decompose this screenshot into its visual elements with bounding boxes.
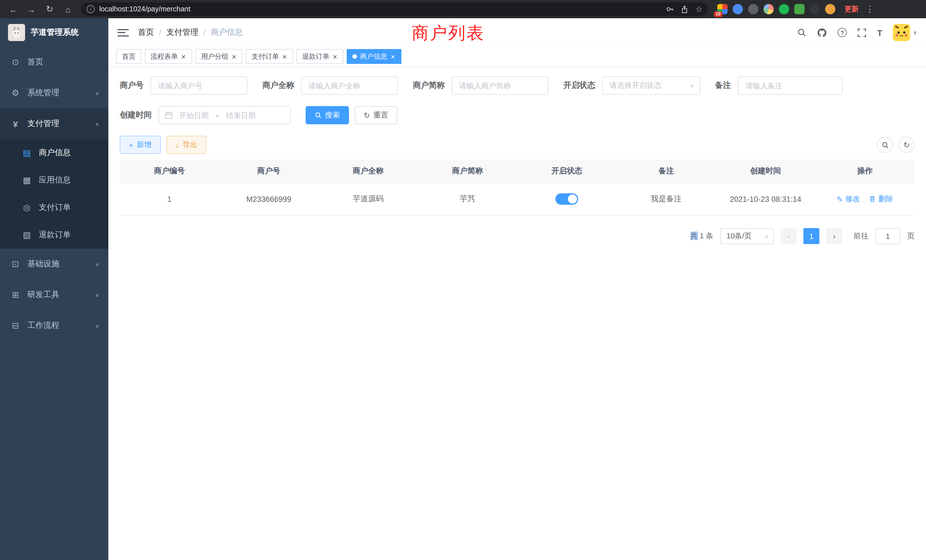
short-name-input[interactable] [452,76,549,95]
merchant-no-input[interactable] [151,76,247,95]
sidebar-item-app-info[interactable]: ▦ 应用信息 [0,166,108,194]
breadcrumb-item[interactable]: 首页 [138,27,154,38]
share-icon[interactable] [681,5,688,13]
sidebar-item-workflow[interactable]: ⊟ 工作流程 ∨ [0,310,108,341]
site-info-icon[interactable]: i [87,5,95,13]
extension-icon-6[interactable] [794,4,805,14]
sidebar-item-system[interactable]: ⚙ 系统管理 ∨ [0,77,108,108]
sidebar-item-refund-order[interactable]: ▨ 退款订单 [0,221,108,249]
app-logo[interactable]: 芋道管理系统 [0,18,108,47]
sidebar-item-payment[interactable]: ¥ 支付管理 ∧ [0,108,108,139]
active-dot [353,54,357,59]
page-size-select[interactable]: 10条/页 ∨ [720,228,774,244]
export-button-label: 导出 [183,140,197,150]
password-key-icon[interactable] [666,5,674,13]
remark-input[interactable] [738,76,843,95]
extension-icon-1[interactable]: 10 [717,4,728,14]
sidebar-item-pay-order[interactable]: ◎ 支付订单 [0,194,108,221]
browser-menu-icon[interactable]: ⋮ [865,4,874,14]
tab-pay-order[interactable]: 支付订单 × [246,49,293,64]
search-button[interactable]: 搜索 [306,106,349,124]
cell-id: 1 [120,183,219,215]
status-select[interactable]: 请选择开启状态 ∨ [602,76,700,95]
extension-icon-2[interactable] [733,4,743,14]
sidebar-item-label: 退款订单 [39,230,71,240]
address-bar[interactable]: i localhost:1024/pay/merchant ☆ [81,2,708,16]
sidebar-item-label: 首页 [27,57,43,67]
add-button[interactable]: + 新增 [120,136,160,154]
tab-refund-order[interactable]: 退款订单 × [297,49,343,64]
cell-short-name: 芋艿 [418,183,517,215]
reload-button[interactable]: ↻ [42,2,57,17]
merchant-name-input[interactable] [301,76,398,95]
column-header: 商户号 [219,160,319,183]
reset-button[interactable]: ↻ 重置 [355,106,398,124]
tab-user-group[interactable]: 用户分组 × [195,49,242,64]
total-count: 共 1 条 [690,231,713,241]
card-icon: ▤ [22,148,32,158]
close-icon[interactable]: × [333,53,338,60]
tab-merchant-info[interactable]: 商户信息 × [347,49,401,64]
close-icon[interactable]: × [390,53,396,60]
delete-link[interactable]: 删除 [869,194,893,204]
edit-link[interactable]: ✎ 修改 [837,194,860,204]
home-button[interactable]: ⌂ [61,2,75,17]
extension-icon-4[interactable] [764,4,774,14]
forward-button[interactable]: → [24,2,39,17]
status-label: 开启状态 [563,80,595,91]
column-header: 商户编号 [120,160,219,183]
page-1-button[interactable]: 1 [803,228,819,244]
github-icon[interactable] [817,28,827,37]
browser-update-button[interactable]: 更新 [844,4,859,14]
cell-name: 芋道源码 [318,183,418,215]
breadcrumb-separator: / [204,28,206,37]
user-menu[interactable]: ∨ [893,24,917,41]
date-range-picker[interactable]: - [159,106,291,124]
date-start-input[interactable] [173,111,215,120]
sidebar-item-dev-tools[interactable]: ⊞ 研发工具 ∨ [0,279,108,310]
breadcrumb-item[interactable]: 支付管理 [166,27,198,38]
tab-home[interactable]: 首页 [117,49,141,64]
column-header: 商户简称 [418,160,517,183]
extension-icon-8[interactable] [825,4,835,14]
back-button[interactable]: ← [6,2,21,17]
sidebar-item-label: 应用信息 [39,175,71,185]
tab-label: 首页 [122,51,136,61]
tab-process-form[interactable]: 流程表单 × [145,49,192,64]
goto-page-input[interactable] [875,228,900,244]
sidebar-item-merchant-info[interactable]: ▤ 商户信息 [0,139,108,166]
cell-remark: 我是备注 [617,183,716,215]
fullscreen-icon[interactable] [858,28,866,37]
table-row: 1 M233666999 芋道源码 芋艿 我是备注 2021-10-23 08:… [120,183,915,215]
extension-icon-3[interactable] [748,4,758,14]
font-size-icon[interactable]: T [877,28,882,37]
export-button[interactable]: ↓ 导出 [166,136,206,154]
status-toggle[interactable] [555,193,578,205]
gear-icon: ⚙ [10,88,21,98]
close-icon[interactable]: × [231,53,237,60]
next-page-button[interactable]: › [826,228,842,244]
date-end-input[interactable] [220,111,262,120]
bookmark-star-icon[interactable]: ☆ [695,5,702,14]
help-icon[interactable]: ? [838,28,847,37]
toggle-search-button[interactable] [877,137,893,153]
filter-form: 商户号 商户全称 商户简称 开启状态 请选择开启状态 ∨ [108,66,926,124]
extension-icon-7[interactable] [809,4,820,14]
url-text: localhost:1024/pay/merchant [99,5,191,13]
tags-view: 首页 流程表单 × 用户分组 × 支付订单 × 退款订单 × 商户信息 × [108,47,926,66]
hamburger-icon[interactable] [118,29,129,36]
chevron-down-icon: ∨ [764,233,769,239]
sidebar-item-infrastructure[interactable]: ⊡ 基础设施 ∨ [0,249,108,279]
prev-page-button[interactable]: ‹ [781,228,797,244]
pagination: 共 1 条 10条/页 ∨ ‹ 1 › 前往 页 [108,216,926,257]
user-avatar [893,24,910,41]
sidebar-item-home[interactable]: ⊙ 首页 [0,47,108,77]
refresh-table-button[interactable]: ↻ [899,137,915,153]
calendar-icon [165,111,173,119]
close-icon[interactable]: × [181,53,186,60]
search-icon[interactable] [797,28,806,37]
short-name-label: 商户简称 [413,80,445,91]
close-icon[interactable]: × [282,53,287,60]
extension-icon-5[interactable] [779,4,789,14]
chevron-down-icon: ∨ [689,83,694,89]
